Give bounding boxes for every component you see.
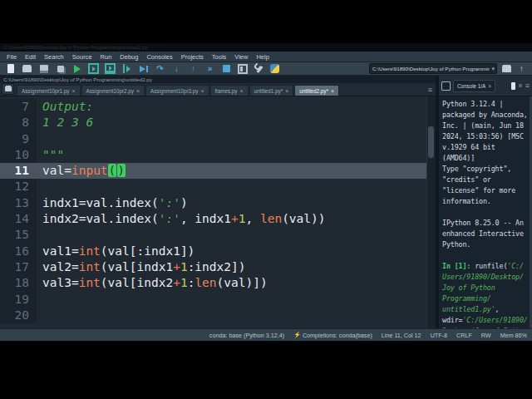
tab-untitled1-py-[interactable]: untitled1.py*× bbox=[249, 85, 294, 96]
line-number[interactable]: 7 bbox=[0, 99, 37, 115]
tab-assignment10pr3-py[interactable]: Assignment10pr3.py× bbox=[145, 85, 209, 96]
editor-line[interactable]: 19 bbox=[0, 292, 426, 308]
menu-item-run[interactable]: Run bbox=[97, 53, 116, 61]
line-number[interactable]: 11 bbox=[0, 163, 37, 179]
close-icon[interactable]: × bbox=[331, 88, 334, 94]
editor-line[interactable]: 17val2=int(val[indx1+1:indx2]) bbox=[0, 259, 426, 275]
code-token: , indx1 bbox=[180, 212, 231, 225]
editor-line[interactable]: 15 bbox=[0, 227, 426, 243]
menu-item-debug[interactable]: Debug bbox=[116, 53, 141, 61]
working-directory-combobox[interactable]: C:\Users\91890\Desktop\Joy of Python Pro… bbox=[369, 63, 497, 74]
step-into-icon[interactable]: ↓ bbox=[171, 63, 182, 74]
chevron-down-icon[interactable]: ▾ bbox=[490, 66, 496, 72]
maximize-pane-icon[interactable] bbox=[238, 64, 248, 74]
preferences-icon[interactable] bbox=[254, 63, 264, 74]
line-number[interactable]: 17 bbox=[0, 259, 37, 275]
new-file-icon[interactable] bbox=[5, 63, 16, 74]
close-icon[interactable]: × bbox=[285, 88, 288, 94]
status-utf-8: UTF-8 bbox=[431, 332, 447, 339]
run-cell-icon[interactable] bbox=[88, 63, 99, 74]
browse-working-directory-icon[interactable] bbox=[501, 63, 512, 74]
stop-icon[interactable] bbox=[221, 63, 232, 74]
status-text: CRLF bbox=[456, 332, 472, 339]
menu-item-edit[interactable]: Edit bbox=[22, 53, 39, 61]
code-text: val1=int(val[:indx1]) bbox=[37, 244, 195, 259]
menu-item-tools[interactable]: Tools bbox=[209, 53, 230, 61]
line-number[interactable]: 13 bbox=[0, 195, 37, 211]
line-number[interactable]: 20 bbox=[0, 308, 37, 323]
console-output[interactable]: Python 3.12.4 | packaged by Anaconda, In… bbox=[439, 96, 530, 328]
code-token: + bbox=[231, 212, 239, 225]
run-cell-advance-icon[interactable] bbox=[105, 63, 116, 74]
line-number[interactable]: 10 bbox=[0, 147, 37, 163]
editor-line[interactable]: 7Output: bbox=[0, 99, 426, 115]
close-icon[interactable]: × bbox=[200, 88, 204, 94]
code-token: (val)]) bbox=[217, 276, 268, 289]
editor-line[interactable]: 10""" bbox=[0, 147, 426, 163]
tab-untitled2-py-[interactable]: untitled2.py*× bbox=[294, 85, 339, 96]
menu-item-source[interactable]: Source bbox=[69, 53, 96, 61]
menu-item-help[interactable]: Help bbox=[253, 53, 272, 61]
working-directory-value: C:\Users\91890\Desktop\Joy of Python Pro… bbox=[370, 66, 490, 71]
open-file-icon[interactable] bbox=[22, 63, 32, 74]
line-number[interactable]: 14 bbox=[0, 211, 37, 227]
close-icon[interactable]: × bbox=[71, 88, 75, 94]
code-editor[interactable]: 7Output:81 2 3 6910"""11val=input()1213i… bbox=[0, 96, 436, 328]
close-icon[interactable]: × bbox=[136, 88, 140, 94]
close-icon[interactable]: × bbox=[239, 88, 243, 94]
menu-item-file[interactable]: File bbox=[3, 53, 20, 61]
line-number[interactable]: 18 bbox=[0, 275, 37, 291]
menu-item-view[interactable]: View bbox=[231, 53, 251, 61]
editor-scrollbar-thumb[interactable] bbox=[428, 126, 434, 158]
tab-flames-py[interactable]: flames.py× bbox=[210, 85, 249, 96]
tab-assignment10pr2-py[interactable]: Assignment10pr2.py× bbox=[81, 85, 145, 96]
editor-line[interactable]: 20 bbox=[0, 308, 426, 323]
line-number[interactable]: 9 bbox=[0, 131, 37, 147]
new-console-icon[interactable] bbox=[511, 82, 515, 90]
step-over-icon[interactable]: ↷ bbox=[155, 63, 165, 74]
code-text: indx2=val.index(':', indx1+1, len(val)) bbox=[37, 211, 326, 227]
editor-line[interactable]: 9 bbox=[0, 131, 426, 147]
debug-icon[interactable] bbox=[138, 63, 149, 74]
code-text bbox=[37, 131, 42, 147]
status-text: Line 11, Col 12 bbox=[382, 332, 421, 339]
editor-line[interactable]: 12 bbox=[0, 179, 426, 195]
close-icon[interactable]: × bbox=[488, 83, 491, 89]
line-number[interactable]: 15 bbox=[0, 227, 37, 243]
run-selection-icon[interactable] bbox=[121, 63, 132, 74]
parent-directory-icon[interactable]: ↑ bbox=[516, 63, 527, 74]
menu-item-search[interactable]: Search bbox=[41, 53, 67, 61]
editor-options-menu-icon[interactable]: ≡ bbox=[428, 86, 432, 94]
menu-item-projects[interactable]: Projects bbox=[178, 53, 207, 61]
line-number[interactable]: 16 bbox=[0, 244, 37, 259]
editor-line[interactable]: 11val=input() bbox=[0, 163, 426, 179]
editor-lines[interactable]: 7Output:81 2 3 6910"""11val=input()1213i… bbox=[0, 96, 426, 328]
editor-line[interactable]: 81 2 3 6 bbox=[0, 115, 426, 131]
save-icon[interactable] bbox=[38, 63, 49, 74]
editor-line[interactable]: 13indx1=val.index(':') bbox=[0, 195, 426, 211]
code-token: :indx2]) bbox=[188, 260, 246, 273]
continue-icon[interactable]: » bbox=[204, 63, 215, 74]
code-token: (val[indx1 bbox=[101, 260, 173, 273]
line-number[interactable]: 12 bbox=[0, 179, 37, 195]
code-token: val1= bbox=[42, 244, 79, 258]
line-number[interactable]: 8 bbox=[0, 115, 37, 131]
browse-tabs-button[interactable] bbox=[2, 83, 14, 95]
code-token: indx1=val.index( bbox=[42, 196, 159, 209]
editor-line[interactable]: 18val3=int(val[indx2+1:len(val)]) bbox=[0, 275, 426, 291]
save-all-icon[interactable] bbox=[55, 63, 66, 74]
interrupt-kernel-icon[interactable] bbox=[519, 84, 522, 87]
step-out-icon[interactable]: ↑ bbox=[188, 63, 199, 74]
console-options-menu-icon[interactable]: ≡ bbox=[525, 81, 530, 90]
lightning-icon: ⚡ bbox=[293, 332, 301, 338]
editor-scrollbar[interactable] bbox=[426, 96, 436, 328]
menu-item-consoles[interactable]: Consoles bbox=[143, 53, 175, 61]
line-number[interactable]: 19 bbox=[0, 292, 37, 308]
tab-label: flames.py bbox=[215, 88, 238, 94]
run-icon[interactable] bbox=[71, 63, 82, 74]
editor-line[interactable]: 16val1=int(val[:indx1]) bbox=[0, 244, 426, 259]
python-path-icon[interactable] bbox=[270, 64, 279, 73]
console-tab[interactable]: Console 1/A × bbox=[453, 80, 495, 92]
editor-line[interactable]: 14indx2=val.index(':', indx1+1, len(val)… bbox=[0, 211, 426, 227]
tab-assignment10pr1-py[interactable]: Assignment10pr1.py× bbox=[17, 85, 81, 96]
